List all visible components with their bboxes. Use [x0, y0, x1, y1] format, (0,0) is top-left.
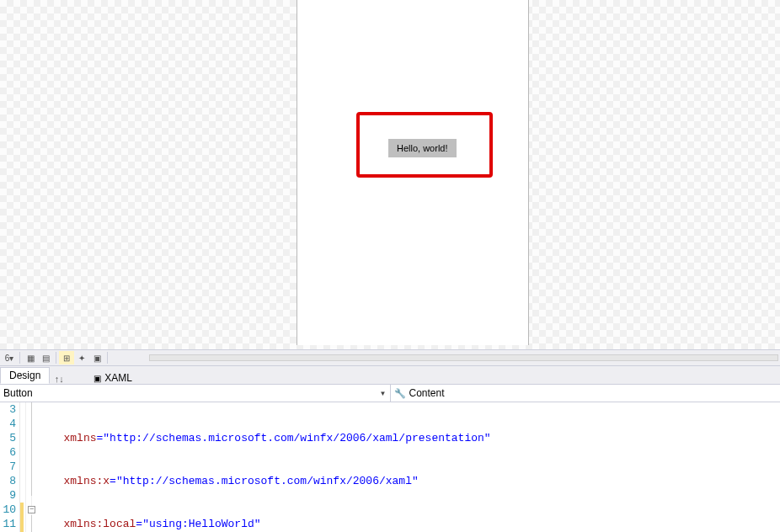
zoom-dropdown[interactable]: 6 ▾: [2, 351, 17, 364]
separator: [107, 352, 108, 364]
view-tabs: Design ↑↓ ▣XAML: [0, 365, 780, 384]
code-editor[interactable]: 3 4 5 6 7 8 9 10 11 12 − xmlns="http://s…: [0, 402, 780, 532]
phone-frame: Hello, world!: [297, 0, 529, 345]
chevron-down-icon: ▼: [380, 390, 387, 397]
design-surface[interactable]: Hello, world!: [0, 0, 780, 349]
horizontal-scrollbar[interactable]: [149, 354, 778, 361]
tab-label: XAML: [104, 372, 132, 384]
line-number-gutter: 3 4 5 6 7 8 9 10 11 12: [0, 402, 20, 532]
snap-grid-icon[interactable]: ▣: [89, 351, 104, 364]
tab-design[interactable]: Design: [0, 367, 50, 384]
element-selector-bar: Button ▼ 🔧 Content: [0, 384, 780, 402]
snap-icon[interactable]: ⊞: [59, 351, 74, 364]
grid-alt-icon[interactable]: ▤: [38, 351, 53, 364]
separator: [56, 352, 56, 364]
property-dropdown[interactable]: 🔧 Content: [391, 385, 781, 402]
tab-label: Design: [9, 370, 40, 381]
separator: [19, 352, 20, 364]
xaml-icon: ▣: [93, 374, 101, 383]
element-dropdown[interactable]: Button ▼: [0, 385, 391, 402]
snap-lines-icon[interactable]: ✦: [74, 351, 89, 364]
outline-column: −: [26, 402, 32, 532]
element-name: Button: [3, 387, 33, 399]
swap-panes-button[interactable]: ↑↓: [50, 374, 68, 384]
hello-world-button[interactable]: Hello, world!: [388, 139, 457, 157]
grid-icon[interactable]: ▦: [23, 351, 38, 364]
property-name: Content: [409, 387, 445, 399]
tab-xaml[interactable]: ▣XAML: [93, 372, 132, 384]
change-marker-column: [20, 402, 26, 532]
code-content[interactable]: xmlns="http://schemas.microsoft.com/winf…: [32, 402, 780, 532]
wrench-icon: 🔧: [394, 388, 406, 399]
designer-toolbar: 6 ▾ ▦ ▤ ⊞ ✦ ▣: [0, 349, 780, 365]
change-marker: [20, 503, 24, 532]
